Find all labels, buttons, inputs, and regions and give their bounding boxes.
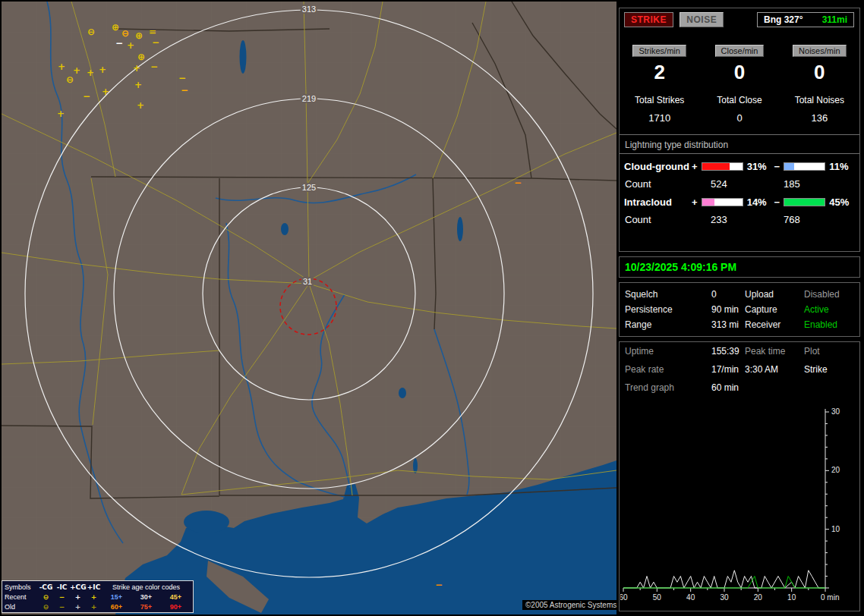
uptime-row: Uptime 155:39 Peak time Plot <box>620 342 859 360</box>
strikes-per-min-button[interactable]: Strikes/min <box>632 45 686 57</box>
svg-text:10: 10 <box>831 525 840 533</box>
age-90: 90+ <box>170 603 181 611</box>
intracloud-row: Intracloud + 14% − 45% <box>620 191 859 208</box>
status-row: Range 313 mi Receiver Enabled <box>620 317 859 332</box>
peak-rate-label: Peak rate <box>625 364 711 375</box>
strike-mode-button[interactable]: STRIKE <box>624 12 673 27</box>
plot-value: Strike <box>804 364 854 375</box>
noises-per-min-button[interactable]: Noises/min <box>793 45 846 57</box>
old-pos-ic-icon: + <box>86 603 102 611</box>
noises-per-min-value: 0 <box>780 61 859 84</box>
distribution-title: Lightning type distribution <box>620 135 859 154</box>
bearing-display: Bng 327° 311mi <box>757 12 854 27</box>
peak-time-value: 3:30 AM <box>745 364 804 375</box>
trend-graph-label: Trend graph <box>625 382 711 393</box>
ic-positive-percent: 14% <box>746 196 773 208</box>
svg-text:20: 20 <box>831 466 840 474</box>
cloud-ground-row: Cloud-ground + 31% − 11% <box>620 156 859 172</box>
rates-row: Strikes/min 2 Total Strikes 1710 Close/m… <box>620 45 859 124</box>
age-codes-row-1: 15+ 30+ 45+ <box>102 593 191 601</box>
svg-text:60: 60 <box>620 593 628 602</box>
uptime-label: Uptime <box>625 346 711 357</box>
cg-negative-count: 185 <box>784 178 800 190</box>
legend-old-row: Old ⊖ − + + 60+ 75+ 90+ <box>5 602 191 611</box>
close-per-min-button[interactable]: Close/min <box>715 45 765 57</box>
legend-symbols-title: Symbols <box>5 583 38 591</box>
ic-positive-count: 233 <box>711 214 727 225</box>
age-codes-row-2: 60+ 75+ 90+ <box>102 603 191 611</box>
close-column: Close/min 0 Total Close 0 <box>699 45 779 124</box>
upload-label: Upload <box>745 289 804 300</box>
mode-row: STRIKE NOISE Bng 327° 311mi <box>620 8 859 34</box>
status-panel: Squelch 0 Upload Disabled Persistence 90… <box>619 282 860 337</box>
capture-status: Active <box>804 304 854 315</box>
ic-negative-percent: 45% <box>828 196 855 208</box>
age-75: 75+ <box>140 603 152 611</box>
status-row: Persistence 90 min Capture Active <box>620 302 859 317</box>
range-label: Range <box>625 319 711 330</box>
plus-sign: + <box>690 196 699 208</box>
copyright-text: ©2005 Astrogenic Systems <box>522 600 616 610</box>
minus-sign: − <box>772 161 781 172</box>
status-row: Squelch 0 Upload Disabled <box>620 287 859 302</box>
legend-col-pos-cg: +CG <box>70 583 86 591</box>
legend-col-pos-ic: +IC <box>86 583 102 591</box>
total-close-value: 0 <box>699 112 779 124</box>
age-30: 30+ <box>140 593 152 601</box>
cg-negative-bar <box>784 162 825 171</box>
ic-count-row: Count 233 768 <box>620 208 859 227</box>
svg-text:10: 10 <box>787 593 796 602</box>
recent-pos-cg-icon: + <box>70 593 86 601</box>
svg-text:30: 30 <box>720 593 729 602</box>
age-45: 45+ <box>170 593 181 601</box>
counters-panel: STRIKE NOISE Bng 327° 311mi Strikes/min … <box>619 8 860 252</box>
cg-count-row: Count 524 185 <box>620 172 859 191</box>
squelch-value: 0 <box>711 289 745 300</box>
trend-graph-row: Trend graph 60 min <box>620 379 859 397</box>
legend-old-label: Old <box>5 603 38 611</box>
legend-col-neg-ic: -IC <box>54 583 70 591</box>
svg-text:50: 50 <box>653 593 662 602</box>
datetime-display: 10/23/2025 4:09:16 PM <box>620 257 859 277</box>
persistence-label: Persistence <box>625 304 711 315</box>
legend-recent-label: Recent <box>5 593 38 601</box>
age-60: 60+ <box>111 603 122 611</box>
cg-count-label: Count <box>625 178 651 190</box>
map-canvas <box>2 2 616 614</box>
old-neg-ic-icon: − <box>54 603 70 611</box>
legend-age-title: Strike age color codes <box>102 583 191 591</box>
ic-positive-bar <box>702 198 743 206</box>
bearing-label: Bng 327° <box>764 14 803 25</box>
trend-panel: Uptime 155:39 Peak time Plot Peak rate 1… <box>619 341 860 611</box>
trend-graph: 3020106050403020100 min <box>620 403 860 611</box>
total-strikes-label: Total Strikes <box>620 95 699 105</box>
svg-text:30: 30 <box>831 407 840 416</box>
strikes-per-min-value: 2 <box>620 61 699 84</box>
total-noises-value: 136 <box>780 112 859 124</box>
legend-col-neg-cg: -CG <box>38 583 54 591</box>
receiver-label: Receiver <box>745 319 804 330</box>
noises-column: Noises/min 0 Total Noises 136 <box>780 45 859 124</box>
cg-positive-bar <box>702 162 743 171</box>
squelch-label: Squelch <box>625 289 711 300</box>
cloud-ground-label: Cloud-ground <box>624 161 690 172</box>
cg-negative-percent: 11% <box>828 161 855 172</box>
noise-mode-button[interactable]: NOISE <box>680 12 724 27</box>
peak-rate-value: 17/min <box>711 364 745 375</box>
receiver-status: Enabled <box>804 319 854 330</box>
trend-graph-window: 60 min <box>711 382 745 393</box>
app-window: ⊖⊕⊖⊕=−−+⊕+++++−⊖−+−−+++−− 31321912531 Sy… <box>0 0 864 616</box>
uptime-value: 155:39 <box>711 346 745 357</box>
plus-sign: + <box>690 161 699 172</box>
trend-series-strikes <box>623 570 825 588</box>
peak-rate-row: Peak rate 17/min 3:30 AM Strike <box>620 360 859 379</box>
old-pos-cg-icon: + <box>70 603 86 611</box>
cg-positive-count: 524 <box>711 178 727 190</box>
total-strikes-value: 1710 <box>620 112 699 124</box>
lightning-map[interactable]: ⊖⊕⊖⊕=−−+⊕+++++−⊖−+−−+++−− 31321912531 Sy… <box>2 2 616 614</box>
intracloud-label: Intracloud <box>624 196 690 208</box>
ic-negative-bar <box>784 198 825 206</box>
minus-sign: − <box>772 196 781 208</box>
ic-negative-count: 768 <box>784 214 800 225</box>
age-15: 15+ <box>111 593 122 601</box>
